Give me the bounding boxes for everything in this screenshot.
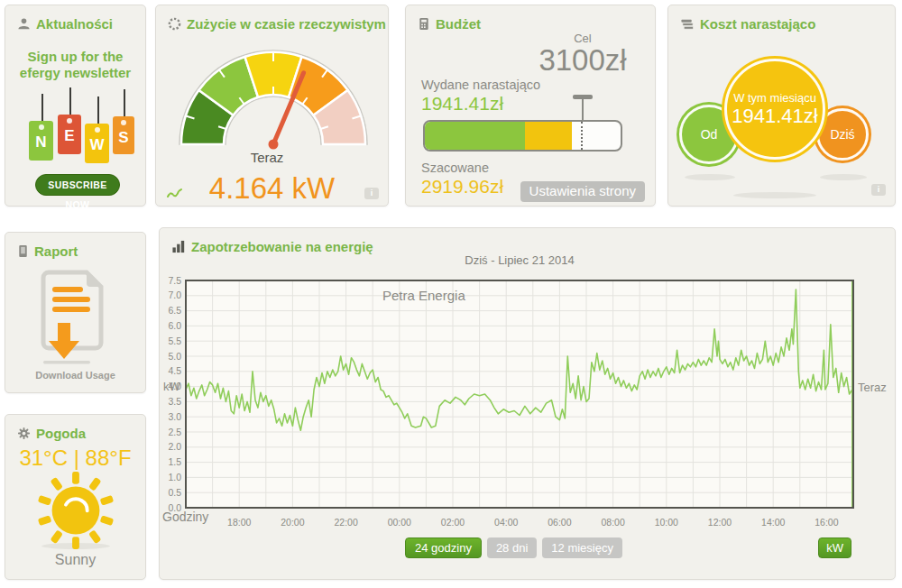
circle-shadow <box>733 192 816 198</box>
svg-text:5.5: 5.5 <box>168 335 181 346</box>
budget-estimated-value: 2919.96zł <box>421 176 503 198</box>
budget-progress-bar <box>423 120 622 152</box>
cumulative-cost-title: Koszt narastająco <box>700 16 815 32</box>
weather-title: Pogoda <box>36 426 86 441</box>
weather-header: Pogoda <box>17 426 86 441</box>
period-button-28d[interactable]: 28 dni <box>487 537 537 558</box>
news-tag-e: E <box>58 115 81 154</box>
energy-demand-title: Zapotrzebowanie na energię <box>191 239 373 254</box>
report-header: Raport <box>17 243 78 259</box>
person-icon <box>17 17 31 31</box>
budget-spent-value: 1941.41zł <box>421 93 503 115</box>
news-tag-w: W <box>85 124 109 163</box>
cost-today-label: Dziś <box>830 127 854 142</box>
svg-text:22:00: 22:00 <box>334 517 357 528</box>
news-tag-n: N <box>29 121 53 161</box>
svg-text:Godziny: Godziny <box>162 510 208 524</box>
svg-text:7.0: 7.0 <box>168 289 181 300</box>
subscribe-button[interactable]: SUBSCRIBE NOW <box>35 174 120 196</box>
svg-text:14:00: 14:00 <box>761 517 785 528</box>
budget-panel: Budżet Cel 3100zł Wydane narastająco 194… <box>405 5 656 207</box>
svg-text:Petra Energia: Petra Energia <box>382 288 465 303</box>
dashboard: Aktualności Sign up for the efergy newsl… <box>0 0 902 588</box>
news-panel: Aktualności Sign up for the efergy newsl… <box>5 5 146 207</box>
download-usage-label[interactable]: Download Usage <box>5 370 145 381</box>
sun-icon <box>36 471 115 554</box>
news-tag-s: S <box>113 116 134 154</box>
svg-text:10:00: 10:00 <box>655 517 678 528</box>
svg-text:Teraz: Teraz <box>858 381 887 394</box>
circle-shadow <box>820 174 867 180</box>
svg-text:kW: kW <box>163 380 181 393</box>
cumulative-cost-panel: Koszt narastająco Od Dziś W tym miesiącu… <box>667 5 896 207</box>
svg-text:06:00: 06:00 <box>548 517 571 528</box>
svg-text:1.5: 1.5 <box>168 456 181 467</box>
document-icon <box>17 244 29 258</box>
svg-text:3.0: 3.0 <box>168 411 181 422</box>
svg-text:5.0: 5.0 <box>168 351 181 362</box>
budget-goal-value: 3100zł <box>511 43 655 78</box>
cost-from-label: Od <box>701 127 718 142</box>
newsletter-text-line2: efergy newsletter <box>5 65 145 80</box>
realtime-usage-header: Zużycie w czasie rzeczywistym <box>168 16 386 32</box>
newsletter-text-line1: Sign up for the <box>5 49 145 64</box>
temperature-value: 31°C | 88°F <box>5 446 145 471</box>
power-gauge: Teraz <box>163 36 383 170</box>
cost-this-month-circle[interactable]: W tym miesiącu 1941.41zł <box>722 56 828 162</box>
period-button-24h[interactable]: 24 godziny <box>405 537 482 558</box>
weather-panel: Pogoda 31°C | 88°F Sunny <box>5 414 146 580</box>
svg-text:08:00: 08:00 <box>601 517 624 528</box>
energy-demand-panel: Zapotrzebowanie na energię Dziś - Lipiec… <box>159 227 896 580</box>
svg-text:6.0: 6.0 <box>168 320 181 331</box>
weather-condition: Sunny <box>5 552 145 568</box>
svg-text:3.5: 3.5 <box>168 396 181 407</box>
energy-demand-chart: 0.00.51.01.52.02.53.03.54.04.55.05.56.06… <box>160 270 897 540</box>
budget-estimated-segment <box>525 122 572 150</box>
budget-spent-segment <box>425 122 525 150</box>
budget-spent-label: Wydane narastająco <box>421 78 540 92</box>
svg-text:Teraz: Teraz <box>251 150 284 165</box>
svg-text:2.0: 2.0 <box>168 441 181 452</box>
gauge-info-button[interactable]: i <box>364 188 379 199</box>
gear-icon <box>17 427 31 440</box>
current-power-value: 4.164 kW <box>156 171 388 206</box>
news-panel-title: Aktualności <box>36 16 113 32</box>
energy-demand-header: Zapotrzebowanie na energię <box>171 239 373 254</box>
circle-shadow <box>685 174 735 180</box>
report-title: Raport <box>34 243 78 259</box>
page-settings-button[interactable]: Ustawienia strony <box>520 181 645 202</box>
realtime-usage-title: Zużycie w czasie rzeczywistym <box>187 16 386 32</box>
period-button-12m[interactable]: 12 miesięcy <box>542 537 622 558</box>
svg-text:00:00: 00:00 <box>388 517 411 528</box>
calculator-icon <box>418 17 430 31</box>
chart-date-range: Dziś - Lipiec 21 2014 <box>186 253 853 267</box>
goal-marker-stem <box>582 99 584 120</box>
svg-text:0.5: 0.5 <box>168 487 181 498</box>
chart-period-buttons: 24 godziny 28 dni 12 miesięcy <box>405 537 622 558</box>
report-panel: Raport Download Usage <box>5 232 146 393</box>
svg-text:16:00: 16:00 <box>815 517 838 528</box>
cost-info-button[interactable]: i <box>871 184 886 196</box>
svg-text:4.5: 4.5 <box>168 365 181 376</box>
banknotes-icon <box>680 17 695 31</box>
svg-text:6.5: 6.5 <box>168 305 181 316</box>
cost-this-month-label: W tym miesiącu <box>733 91 816 105</box>
spinner-icon <box>168 17 181 31</box>
svg-text:02:00: 02:00 <box>441 517 465 528</box>
svg-text:18:00: 18:00 <box>227 517 251 528</box>
realtime-usage-panel: Zużycie w czasie rzeczywistym Teraz 4.16… <box>155 5 389 207</box>
svg-text:7.5: 7.5 <box>168 275 181 286</box>
svg-text:12:00: 12:00 <box>708 517 732 528</box>
budget-estimated-label: Szacowane <box>421 161 489 175</box>
svg-text:2.5: 2.5 <box>168 427 181 437</box>
download-usage-icon[interactable] <box>36 267 117 372</box>
budget-goal-dashed-line <box>581 122 583 150</box>
cost-this-month-value: 1941.41zł <box>732 105 817 128</box>
budget-title: Budżet <box>436 16 481 32</box>
unit-toggle-button[interactable]: kW <box>818 537 851 558</box>
budget-header: Budżet <box>418 16 481 32</box>
svg-text:20:00: 20:00 <box>281 517 304 528</box>
bar-chart-icon <box>171 240 186 253</box>
cumulative-cost-header: Koszt narastająco <box>680 16 815 32</box>
svg-text:1.0: 1.0 <box>168 472 181 482</box>
